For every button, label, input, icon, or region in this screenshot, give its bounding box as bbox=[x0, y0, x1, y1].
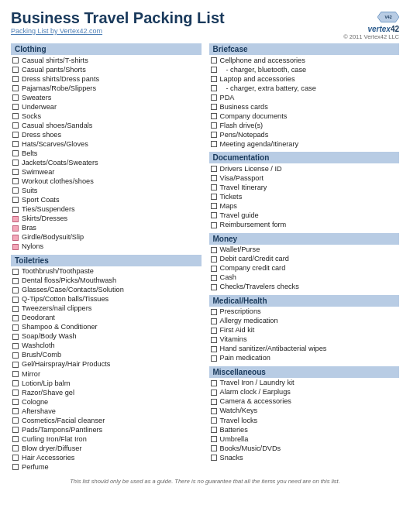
checkbox[interactable] bbox=[12, 390, 19, 396]
checkbox[interactable] bbox=[12, 278, 19, 284]
checkbox[interactable] bbox=[211, 309, 217, 315]
checkbox[interactable] bbox=[211, 436, 217, 442]
checkbox[interactable] bbox=[211, 328, 217, 334]
checkbox[interactable] bbox=[211, 104, 217, 110]
checkbox[interactable] bbox=[211, 166, 217, 172]
checkbox[interactable] bbox=[211, 67, 217, 73]
checkbox[interactable] bbox=[211, 247, 217, 253]
documentation-item-5: Maps bbox=[209, 201, 400, 211]
checkbox[interactable] bbox=[211, 132, 217, 138]
right-column: Briefcase Cellphone and accessories - ch… bbox=[209, 43, 400, 475]
checkbox[interactable] bbox=[12, 464, 19, 470]
left-column: Clothing Casual shirts/T-shirts Casual p… bbox=[11, 43, 202, 475]
checkbox[interactable] bbox=[211, 122, 217, 129]
checkbox[interactable] bbox=[12, 445, 19, 451]
checkbox[interactable] bbox=[12, 67, 19, 73]
medical-item-4: Vitamins bbox=[209, 335, 400, 345]
checkbox[interactable] bbox=[211, 266, 217, 272]
checkbox[interactable] bbox=[211, 184, 217, 190]
clothing-item-6: Underwear bbox=[11, 102, 202, 112]
checkbox[interactable] bbox=[211, 85, 217, 91]
checkbox[interactable] bbox=[12, 104, 19, 110]
checkbox[interactable] bbox=[12, 399, 19, 405]
checkbox[interactable] bbox=[12, 306, 19, 312]
checkbox[interactable] bbox=[12, 150, 19, 156]
checkbox[interactable] bbox=[211, 346, 217, 352]
checkbox[interactable] bbox=[12, 197, 19, 203]
checkbox[interactable] bbox=[12, 315, 19, 321]
checkbox[interactable] bbox=[211, 284, 217, 290]
checkbox[interactable] bbox=[12, 427, 19, 433]
checkbox[interactable] bbox=[211, 212, 217, 218]
checkbox[interactable] bbox=[211, 337, 217, 343]
checkbox[interactable] bbox=[12, 352, 19, 359]
checkbox[interactable] bbox=[211, 399, 217, 405]
checkbox[interactable] bbox=[12, 94, 19, 101]
checkbox-pink[interactable] bbox=[12, 225, 19, 232]
checkbox[interactable] bbox=[12, 417, 19, 424]
money-item-5: Checks/Travelers checks bbox=[209, 283, 400, 292]
checkbox[interactable] bbox=[211, 408, 217, 414]
checkbox[interactable] bbox=[211, 222, 217, 228]
checkbox[interactable] bbox=[211, 94, 217, 101]
checkbox[interactable] bbox=[12, 324, 19, 331]
checkbox[interactable] bbox=[12, 178, 19, 184]
checkbox[interactable] bbox=[211, 194, 217, 200]
checkbox[interactable] bbox=[12, 455, 19, 461]
section-medical-header: Medical/Health bbox=[209, 295, 400, 307]
checkbox[interactable] bbox=[211, 318, 217, 324]
checkbox[interactable] bbox=[211, 57, 217, 63]
checkbox[interactable] bbox=[211, 76, 217, 82]
section-miscellaneous: Miscellaneous Travel Iron / Laundry kit … bbox=[209, 366, 400, 462]
checkbox-pink[interactable] bbox=[12, 216, 19, 222]
checkbox[interactable] bbox=[211, 175, 217, 181]
checkbox[interactable] bbox=[211, 256, 217, 263]
toiletries-item-1: Toothbrush/Toothpaste bbox=[11, 267, 202, 276]
clothing-item-10: Hats/Scarves/Gloves bbox=[11, 139, 202, 149]
checkbox[interactable] bbox=[12, 269, 19, 275]
toiletries-item-14: Razor/Shave gel bbox=[11, 388, 202, 397]
checkbox[interactable] bbox=[12, 132, 19, 138]
checkbox[interactable] bbox=[12, 141, 19, 147]
clothing-item-13: Swimwear bbox=[11, 167, 202, 177]
checkbox[interactable] bbox=[12, 57, 19, 63]
checkbox[interactable] bbox=[12, 85, 19, 91]
checkbox[interactable] bbox=[211, 455, 217, 461]
checkbox[interactable] bbox=[211, 445, 217, 451]
checkbox-pink[interactable] bbox=[12, 244, 19, 250]
checkbox[interactable] bbox=[211, 113, 217, 119]
checkbox[interactable] bbox=[12, 207, 19, 213]
checkbox[interactable] bbox=[211, 390, 217, 396]
checkbox[interactable] bbox=[211, 141, 217, 147]
checkbox[interactable] bbox=[12, 297, 19, 303]
checkbox[interactable] bbox=[12, 160, 19, 166]
section-clothing: Clothing Casual shirts/T-shirts Casual p… bbox=[11, 43, 202, 252]
clothing-item-8: Casual shoes/Sandals bbox=[11, 121, 202, 130]
section-clothing-header: Clothing bbox=[11, 43, 202, 55]
checkbox[interactable] bbox=[12, 380, 19, 386]
checkbox[interactable] bbox=[12, 362, 19, 368]
header: Business Travel Packing List Packing Lis… bbox=[11, 9, 399, 40]
checkbox[interactable] bbox=[211, 203, 217, 209]
checkbox[interactable] bbox=[12, 343, 19, 349]
checkbox[interactable] bbox=[12, 371, 19, 377]
checkbox[interactable] bbox=[12, 113, 19, 119]
checkbox[interactable] bbox=[211, 417, 217, 424]
checkbox[interactable] bbox=[12, 287, 19, 293]
checkbox[interactable] bbox=[12, 436, 19, 442]
checkbox[interactable] bbox=[211, 427, 217, 433]
checkbox[interactable] bbox=[211, 275, 217, 281]
checkbox[interactable] bbox=[12, 187, 19, 194]
checkbox[interactable] bbox=[12, 169, 19, 175]
documentation-item-2: Visa/Passport bbox=[209, 173, 400, 183]
checkbox[interactable] bbox=[12, 122, 19, 129]
clothing-item-14: Workout clothes/shoes bbox=[11, 177, 202, 186]
checkbox[interactable] bbox=[211, 355, 217, 362]
checkbox[interactable] bbox=[12, 76, 19, 82]
checkbox[interactable] bbox=[12, 408, 19, 414]
checkbox-pink[interactable] bbox=[12, 235, 19, 241]
checkbox[interactable] bbox=[211, 380, 217, 386]
toiletries-item-13: Lotion/Lip balm bbox=[11, 379, 202, 388]
header-subtitle[interactable]: Packing List by Vertex42.com bbox=[11, 27, 225, 35]
checkbox[interactable] bbox=[12, 334, 19, 340]
